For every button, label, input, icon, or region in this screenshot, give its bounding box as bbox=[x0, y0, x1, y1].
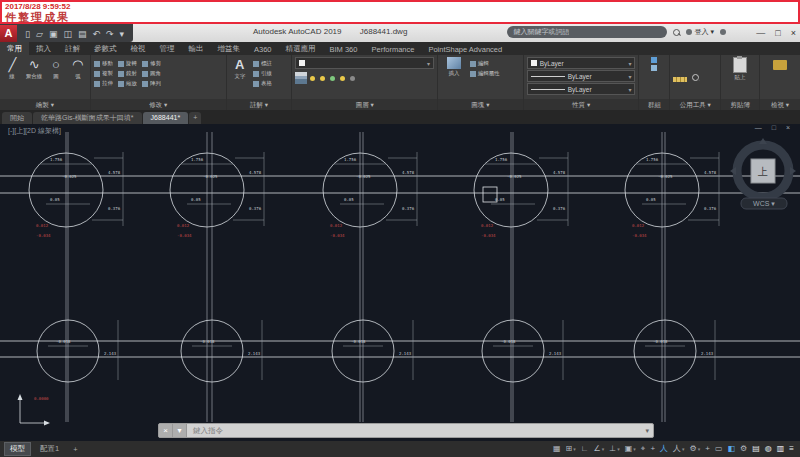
cad-dim-text[interactable]: 0.376 bbox=[553, 206, 566, 211]
layer-properties-icon[interactable] bbox=[295, 72, 307, 84]
cad-dim-text[interactable]: 1.756 bbox=[50, 157, 63, 162]
command-recent-icon[interactable]: ▾ bbox=[173, 424, 187, 437]
undo-icon[interactable]: ↶ bbox=[92, 29, 100, 39]
open-icon[interactable]: ▱ bbox=[36, 29, 43, 39]
table-tool[interactable]: 表格 bbox=[253, 79, 273, 88]
command-line[interactable]: × ▾ 鍵入指令 ▾ bbox=[158, 423, 654, 438]
cad-dim-text[interactable]: 4.578 bbox=[249, 170, 262, 175]
cad-red-note[interactable]: 0.012 bbox=[177, 223, 190, 228]
ribbon-tab[interactable]: 精選應用 bbox=[279, 42, 323, 55]
cad-canvas[interactable]: 1.756-0.0250.054.5780.3760.012-0.0341.75… bbox=[0, 124, 800, 441]
circle-tool[interactable]: ○ 圓 bbox=[47, 57, 66, 81]
status-toggle-icon[interactable]: ▣▾ bbox=[625, 441, 636, 457]
file-tab[interactable]: J688441* bbox=[143, 112, 189, 124]
customize-icon[interactable]: ▾ bbox=[120, 29, 125, 39]
ribbon-tab[interactable]: 註解 bbox=[58, 42, 87, 55]
status-toggle-icon[interactable]: 人▾ bbox=[673, 441, 685, 457]
panel-label-draw[interactable]: 繪製 ▾ bbox=[0, 99, 90, 110]
polyline-tool[interactable]: ∿ 聚合線 bbox=[25, 57, 44, 81]
cad-dim-text[interactable]: -0.025 bbox=[203, 174, 218, 179]
drawing-viewport[interactable]: [-][上][2D 線架構] — □ × 1.756-0.0250.054.57… bbox=[0, 124, 800, 441]
cad-dim-text[interactable]: 1.756 bbox=[495, 157, 508, 162]
cad-dim-text[interactable]: -0.018 bbox=[501, 339, 516, 344]
command-expand-icon[interactable]: ▾ bbox=[645, 427, 649, 435]
modify-tool[interactable]: 拉伸 bbox=[94, 79, 114, 88]
ribbon-tab[interactable]: 常用 bbox=[0, 42, 29, 55]
status-toggle-icon[interactable]: 人 bbox=[660, 441, 668, 457]
cad-dim-text[interactable]: 2.143 bbox=[399, 351, 412, 356]
cad-red-note[interactable]: -0.034 bbox=[481, 233, 496, 238]
layer-thaw-icon[interactable] bbox=[320, 76, 325, 81]
status-toggle-icon[interactable]: + bbox=[650, 441, 655, 457]
ribbon-tab[interactable]: 參數式 bbox=[87, 42, 124, 55]
ribbon-tab[interactable]: 管理 bbox=[153, 42, 182, 55]
dimension-tool[interactable]: 標註 bbox=[253, 59, 273, 68]
wcs-label[interactable]: WCS ▾ bbox=[753, 200, 775, 207]
cad-dim-text[interactable]: -0.025 bbox=[356, 174, 371, 179]
paste-tool[interactable]: 貼上 bbox=[728, 57, 752, 82]
panel-label-layers[interactable]: 圖層 ▾ bbox=[292, 99, 437, 110]
panel-label-utilities[interactable]: 公用工具 ▾ bbox=[670, 99, 720, 110]
panel-label-modify[interactable]: 修改 ▾ bbox=[91, 99, 226, 110]
status-toggle-icon[interactable]: ▥ bbox=[777, 441, 785, 457]
cad-dim-text[interactable]: 2.143 bbox=[549, 351, 562, 356]
panel-label-view[interactable]: 檢視 ▾ bbox=[760, 99, 800, 110]
cad-dim-text[interactable]: -0.025 bbox=[507, 174, 522, 179]
leader-tool[interactable]: 引線 bbox=[253, 69, 273, 78]
status-toggle-icon[interactable]: ≡ bbox=[789, 441, 794, 457]
cad-red-note[interactable]: -0.034 bbox=[177, 233, 192, 238]
edit-attributes-tool[interactable]: 編輯屬性 bbox=[470, 69, 502, 78]
ribbon-tab[interactable]: 增益集 bbox=[211, 42, 248, 55]
cad-dim-text[interactable]: 0.05 bbox=[191, 197, 201, 202]
modify-tool[interactable]: 鏡射 bbox=[118, 69, 138, 78]
viewcube-top-label[interactable]: 上 bbox=[757, 166, 768, 177]
cad-dim-text[interactable]: 0.05 bbox=[50, 197, 60, 202]
status-toggle-icon[interactable]: ⌖ bbox=[641, 441, 646, 457]
autocad-logo-icon[interactable]: A bbox=[0, 25, 17, 42]
color-dropdown[interactable]: ByLayer ▾ bbox=[527, 57, 636, 69]
cad-dim-text[interactable]: 0.376 bbox=[108, 206, 121, 211]
layer-unlock-icon[interactable] bbox=[330, 76, 335, 81]
status-toggle-icon[interactable]: ⚙▾ bbox=[690, 441, 701, 457]
cad-red-note[interactable]: 0.0000 bbox=[34, 396, 49, 401]
plot-icon[interactable]: ▤ bbox=[78, 29, 87, 39]
modify-tool[interactable]: 複製 bbox=[94, 69, 114, 78]
modify-tool[interactable]: 縮放 bbox=[118, 79, 138, 88]
modify-tool[interactable]: 陣列 bbox=[142, 79, 162, 88]
view-icon[interactable] bbox=[773, 60, 787, 70]
modify-tool[interactable]: 旋轉 bbox=[118, 59, 138, 68]
minimize-button[interactable]: — bbox=[756, 28, 765, 38]
status-toggle-icon[interactable]: ▤ bbox=[752, 441, 760, 457]
cad-red-note[interactable]: -0.034 bbox=[330, 233, 345, 238]
layout1-tab[interactable]: 配置1 bbox=[35, 443, 64, 455]
redo-icon[interactable]: ↷ bbox=[106, 29, 114, 39]
cad-dim-text[interactable]: 0.376 bbox=[402, 206, 415, 211]
status-toggle-icon[interactable]: + bbox=[705, 441, 710, 457]
panel-label-block[interactable]: 圖塊 ▾ bbox=[438, 99, 523, 110]
cad-red-note[interactable]: -0.034 bbox=[36, 233, 51, 238]
cad-dim-text[interactable]: 4.578 bbox=[108, 170, 121, 175]
ribbon-tab[interactable]: 插入 bbox=[29, 42, 58, 55]
cad-red-note[interactable]: 0.012 bbox=[330, 223, 343, 228]
cad-dim-text[interactable]: 0.05 bbox=[646, 197, 656, 202]
new-drawing-tab-button[interactable]: + bbox=[189, 112, 201, 124]
group-tool[interactable] bbox=[651, 57, 657, 63]
save-icon[interactable]: ▣ bbox=[49, 29, 58, 39]
new-icon[interactable]: ▯ bbox=[25, 29, 30, 39]
ribbon-tab[interactable]: BIM 360 bbox=[323, 43, 365, 55]
viewport-controls[interactable]: [-][上][2D 線架構] bbox=[8, 126, 61, 136]
status-toggle-icon[interactable]: ▭ bbox=[715, 441, 723, 457]
maximize-button[interactable]: □ bbox=[775, 28, 780, 38]
insert-block-tool[interactable]: 插入 bbox=[441, 57, 467, 78]
status-toggle-icon[interactable]: ⊞▾ bbox=[566, 441, 576, 457]
cad-dim-text[interactable]: 0.376 bbox=[249, 206, 262, 211]
modify-tool[interactable]: 圓角 bbox=[142, 69, 162, 78]
cad-red-note[interactable]: 0.012 bbox=[632, 223, 645, 228]
cad-dim-text[interactable]: -0.018 bbox=[351, 339, 366, 344]
cad-dim-text[interactable]: 1.756 bbox=[344, 157, 357, 162]
status-toggle-icon[interactable]: ∟ bbox=[581, 441, 589, 457]
status-toggle-icon[interactable]: ◍ bbox=[765, 441, 772, 457]
cad-dim-text[interactable]: 0.376 bbox=[704, 206, 717, 211]
ribbon-tab[interactable]: 檢視 bbox=[124, 42, 153, 55]
layer-dropdown[interactable]: ▾ bbox=[295, 57, 434, 69]
